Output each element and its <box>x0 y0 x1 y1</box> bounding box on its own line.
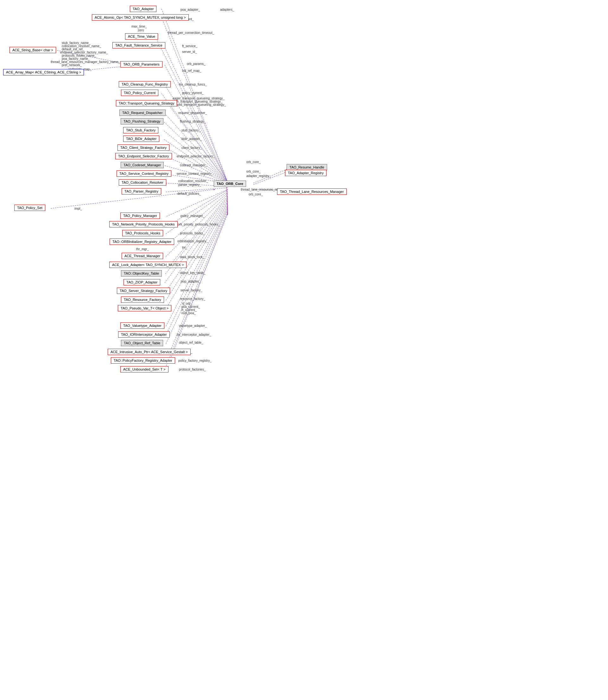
node-ace-time-value: ACE_Time_Value <box>125 33 158 40</box>
label-server-id: server_id_ <box>182 50 197 54</box>
node-tao-object-ref-table: TAO_Object_Ref_Table <box>121 340 163 346</box>
node-tao-protocols-hooks: TAO_Protocols_Hooks <box>122 230 163 236</box>
node-ace-array-map: ACE_Array_Map< ACE_CString, ACE_CString … <box>3 69 84 75</box>
node-tao-flushing-strategy: TAO_Flushing_Strategy <box>121 118 164 125</box>
label-ior-interceptor-adapter: ior_interceptor_adapter_ <box>177 333 211 336</box>
label-stub-factory: stub_factory_ <box>182 129 201 132</box>
node-tao-policy-current: TAO_Policy_Current <box>121 90 158 96</box>
label-policy-current: policy_current_ <box>182 91 204 95</box>
node-tao-endpoint-selector: TAO_Endpoint_Selector_Factory <box>115 153 172 159</box>
svg-line-35 <box>166 208 228 344</box>
label-codeset-manager: codeset_manager_ <box>180 164 207 167</box>
label-object-ref-table: object_ref_table_ <box>179 341 203 344</box>
node-tao-stub-factory: TAO_Stub_Factory <box>123 127 158 133</box>
label-orb-core-3: orb_core_ <box>249 193 263 196</box>
label-server-factory: server_factory_ <box>180 288 202 292</box>
label-root-poa: root_poa_ <box>182 311 196 315</box>
label-impl: impl_ <box>74 207 82 210</box>
label-valuetype-adapter: valuetype_adapter_ <box>179 324 207 327</box>
label-ziop-adapter: ziop_adapter_ <box>180 280 201 283</box>
svg-line-27 <box>170 196 228 265</box>
label-parser-registry: parser_registry_ <box>178 183 201 187</box>
label-tm: tm_ <box>182 246 188 249</box>
label-client-factory: client_factory_ <box>182 146 202 150</box>
svg-line-10 <box>168 104 228 183</box>
node-tao-ior-interceptor: TAO_IORInterceptor_Adapter <box>118 331 170 338</box>
label-orb-params: orb_params_ <box>187 62 206 65</box>
label-orbinitializer-registry: orbinitializer_registry_ <box>177 240 208 243</box>
label-poa-adapter: poa_adapter_ <box>180 8 200 12</box>
label-policy-manager: policy_manager_ <box>180 214 205 217</box>
svg-line-3 <box>155 36 228 183</box>
node-ace-unbounded-set: ACE_Unbounded_Set< T > <box>120 366 169 373</box>
label-resource-factory: resource_factory_ <box>180 297 205 301</box>
node-ace-thread-manager: ACE_Thread_Manager <box>121 253 163 259</box>
node-tao-fault-tolerance: TAO_Fault_Tolerance_Service <box>112 42 165 49</box>
node-ace-atomic-op: ACE_Atomic_Op< TAO_SYNCH_MUTEX, unsigned… <box>92 14 189 21</box>
label-object-key-table: object_key_table_ <box>180 271 206 275</box>
label-policy-factory-registry: policy_factory_registry_ <box>178 359 211 362</box>
node-tao-adapter-registry: TAO_Adapter_Registry <box>285 170 326 176</box>
label-default-policies: default_policies_ <box>177 192 201 195</box>
node-tao-objectkey-table: TAO::ObjectKey_Table <box>121 270 162 277</box>
node-ace-lock-adapter: ACE_Lock_Adapter< TAO_SYNCH_MUTEX > <box>109 262 187 268</box>
node-ace-string-base: ACE_String_Base< char > <box>10 47 56 53</box>
label-thread-lane-resources-manager-factory: thread_lane_resources_manager_factory_na… <box>51 60 120 64</box>
label-delayed-transport: delayed_transport_queueing_strategy_ <box>171 103 226 107</box>
node-tao-codeset-manager: TAO_Codeset_Manager <box>121 162 164 168</box>
label-network-priority-protocols-hooks: network_priority_protocols_hooks_ <box>171 223 220 226</box>
label-zero: zero <box>138 29 144 32</box>
label-tss-cleanup: tss_cleanup_funcs_ <box>179 83 207 86</box>
label-protocol-factories: protocol_factories_ <box>179 368 206 371</box>
node-tao-server-strategy: TAO_Server_Strategy_Factory <box>117 288 170 294</box>
label-thread-per-connection: thread_per_connection_timeout_ <box>168 31 214 35</box>
svg-line-20 <box>166 188 228 192</box>
node-tao-bidir-adapter: TAO_BiDir_Adapter <box>123 136 159 142</box>
node-tao-policy-set: TAO_Policy_Set <box>14 205 45 211</box>
label-init-ref-map: init_ref_map_ <box>182 69 202 73</box>
node-tao-orb-parameters: TAO_ORB_Parameters <box>120 61 163 68</box>
label-adapter-registry: adapter_registry_ <box>246 174 271 178</box>
node-tao-request-dispatcher: TAO_Request_Dispatcher <box>119 110 166 116</box>
label-data-block-lock: data_block_lock_ <box>180 255 204 259</box>
node-tao-policyfactory-registry: TAO::PolicyFactory_Registry_Adapter <box>111 357 175 364</box>
label-protocols-hooks: protocols_hooks_ <box>180 231 205 235</box>
label-flushing-strategy: flushing_strategy_ <box>180 120 206 123</box>
label-ft-service: ft_service_ <box>182 44 197 48</box>
node-tao-transport-queueing: TAO::Transport_Queueing_Strategy <box>116 100 177 107</box>
node-tao-orbinitializer: TAO::ORBInitializer_Registry_Adapter <box>110 239 174 245</box>
node-ace-intrusive-auto-ptr: ACE_Intrusive_Auto_Ptr< ACE_Service_Gest… <box>108 349 191 355</box>
node-tao-ziop-adapter: TAO_ZIOP_Adapter <box>124 279 160 285</box>
node-tao-valuetype-adapter: TAO_Valuetype_Adapter <box>120 322 164 329</box>
node-tao-client-strategy: TAO_Client_Strategy_Factory <box>117 145 169 151</box>
label-service-context-registry: service_context_registry_ <box>177 172 212 175</box>
node-tao-resource-factory: TAO_Resource_Factory <box>121 297 164 303</box>
label-orb-core-2: orb_core_ <box>246 170 261 173</box>
node-tao-orb-core: TAO_ORB_Core <box>214 181 246 187</box>
node-tao-policy-manager: TAO_Policy_Manager <box>120 212 160 219</box>
label-max-time: max_time_ <box>131 25 147 28</box>
label-orb-core-1: orb_core_ <box>246 160 261 164</box>
node-tao-resume-handle: TAO_Resume_Handle <box>287 164 327 170</box>
label-bidir-adapter: bidir_adapter_ <box>182 137 202 140</box>
node-tao-adapter: TAO_Adapter <box>130 6 156 12</box>
label-thr-mgr: thr_mgr_ <box>136 247 149 251</box>
diagram-container: TAO_Adapter ACE_Atomic_Op< TAO_SYNCH_MUT… <box>0 0 608 700</box>
node-tao-parser-registry: TAO_Parser_Registry <box>121 188 161 194</box>
svg-line-40 <box>253 172 287 185</box>
label-endpoint-selector-factory: endpoint_selector_factory_ <box>177 155 215 158</box>
node-tao-cleanup-func: TAO_Cleanup_Func_Registry <box>119 81 171 88</box>
label-adapters: adapters_ <box>220 8 234 12</box>
label-collocation-resolver: collocation_resolver_ <box>178 179 208 183</box>
node-tao-pseudo-var: TAO_Pseudo_Var_T< Object > <box>118 305 171 311</box>
node-tao-collocation-resolver: TAO_Collocation_Resolver <box>119 179 166 186</box>
node-tao-network-priority: TAO_Network_Priority_Protocols_Hooks <box>109 221 178 227</box>
label-request-dispatcher: request_dispatcher_ <box>178 111 207 115</box>
node-tao-thread-lane-resources: TAO_Thread_Lane_Resources_Manager <box>277 188 347 195</box>
edges-svg <box>0 0 608 700</box>
node-tao-service-context: TAO_Service_Context_Registry <box>116 170 171 177</box>
label-pref-network: pref_network_ <box>62 63 82 67</box>
